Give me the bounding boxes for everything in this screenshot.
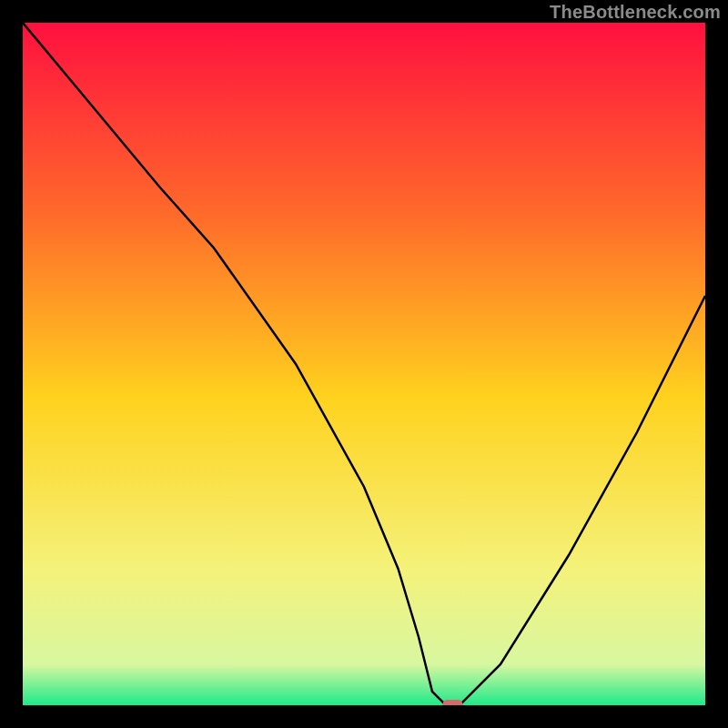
watermark-text: TheBottleneck.com <box>550 2 721 23</box>
optimal-point-marker <box>443 700 463 705</box>
bottleneck-chart <box>23 23 705 705</box>
gradient-background <box>23 23 705 705</box>
plot-area <box>23 23 705 705</box>
chart-frame: TheBottleneck.com <box>0 0 728 728</box>
